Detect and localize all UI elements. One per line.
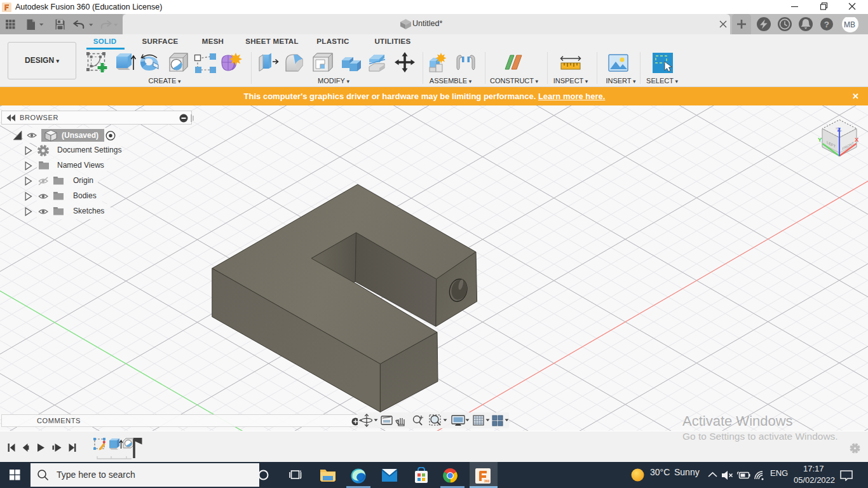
svg-text:?: ? [824, 20, 829, 29]
svg-text:Z: Z [837, 126, 841, 133]
svg-text:X: X [855, 136, 859, 143]
svg-text:Y: Y [818, 136, 822, 143]
svg-text:360: 360 [484, 479, 490, 483]
svg-text:MB: MB [844, 20, 855, 29]
